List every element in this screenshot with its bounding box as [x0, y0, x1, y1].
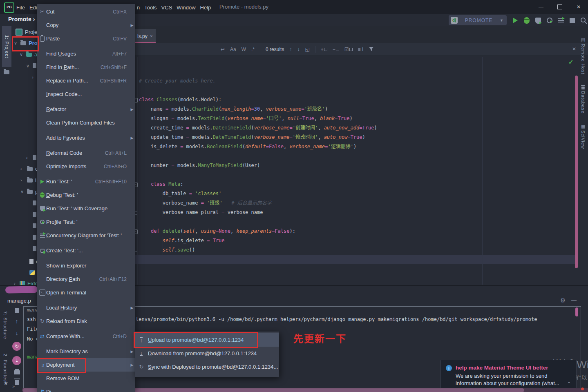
tree-arrow-icon[interactable]: ∨: [26, 63, 31, 69]
file-icon: [33, 246, 36, 251]
filter-icon[interactable]: [369, 47, 374, 53]
next-occurrence-icon[interactable]: ↓: [297, 47, 300, 52]
regex-toggle[interactable]: .*: [251, 47, 255, 52]
search-lines-icon[interactable]: ≡ I: [358, 47, 364, 52]
menu-tools[interactable]: Tools: [144, 4, 157, 11]
folder-icon: [20, 41, 26, 45]
menu-item-cut[interactable]: ✂CutCtrl+X: [37, 5, 135, 18]
menu-item-run-test[interactable]: Run 'Test: 'Ctrl+Shift+F10: [37, 175, 135, 188]
menu-item-concurrency-diagram-for-test[interactable]: Concurrency Diagram for 'Test: ': [37, 229, 135, 242]
menu-item-debug-test[interactable]: Debug 'Test: ': [37, 188, 135, 202]
minimize-button[interactable]: —: [532, 0, 550, 14]
code-line: self.is_delete = True: [139, 236, 377, 245]
hide-panel-icon[interactable]: —: [571, 297, 577, 303]
restart-icon[interactable]: ⇣: [11, 356, 23, 365]
menu-item-deployment[interactable]: ↓↑Deployment▶: [37, 358, 135, 372]
submenu-item-sync[interactable]: ↻Sync with Deployed to promote@bd@127.0.…: [135, 360, 279, 374]
coverage-icon[interactable]: [534, 17, 541, 24]
tree-arrow-icon[interactable]: ∨: [20, 189, 25, 194]
menu-item-find-usages[interactable]: Find UsagesAlt+F7: [37, 47, 135, 60]
breadcrumb[interactable]: Promote ›: [8, 16, 35, 22]
submenu-item-download[interactable]: ↓Download from promote@bd@127.0.0.1:1234: [135, 347, 279, 360]
tree-arrow-icon[interactable]: ›: [20, 178, 25, 183]
words-toggle[interactable]: W: [241, 47, 246, 52]
menu-item-local-history[interactable]: Local History▶: [37, 301, 135, 314]
menu-file[interactable]: File: [16, 4, 25, 11]
down-icon[interactable]: ↓: [11, 330, 23, 336]
stop-icon[interactable]: [569, 17, 576, 24]
expand-notification-icon[interactable]: ⌄: [567, 378, 571, 384]
menu-item-show-in-explorer[interactable]: Show in Explorer: [37, 259, 135, 272]
sidebar-item-sciview[interactable]: ▦SciView: [581, 124, 586, 149]
tree-arrow-icon[interactable]: ∨: [14, 40, 19, 46]
sidebar-item-structure[interactable]: 7: Structure: [3, 311, 8, 339]
maximize-button[interactable]: [550, 0, 569, 14]
menu-item-optimize-imports[interactable]: Optimize ImportsCtrl+Alt+O: [37, 160, 135, 173]
concurrency-icon[interactable]: [557, 17, 564, 24]
submenu-item-upload[interactable]: ↑Upload to promote@bd@127.0.0.1:1234: [135, 333, 279, 347]
search-history-icon[interactable]: ↩: [221, 47, 225, 52]
menu-vcs[interactable]: VCS: [161, 4, 172, 11]
sidebar-item-database[interactable]: Database: [581, 85, 586, 114]
menu-item-open-in-terminal[interactable]: >_Open in Terminal: [37, 286, 135, 299]
sidebar-item-project[interactable]: 1: Project: [2, 26, 11, 67]
menu-item-reload-from-disk[interactable]: ↻Reload from Disk: [37, 314, 135, 328]
gear-icon[interactable]: ⚙: [560, 297, 566, 304]
tab-close-icon[interactable]: ✕: [150, 34, 153, 38]
menu-item-paste[interactable]: PasteCtrl+V: [37, 32, 135, 45]
menu-item-directory-path[interactable]: Directory PathCtrl+Alt+F12: [37, 272, 135, 286]
menu-item-run-test-with-coverage[interactable]: Run 'Test: ' with Coverage: [37, 202, 135, 215]
search-icon[interactable]: [580, 17, 587, 24]
rerun-icon[interactable]: ↻: [11, 342, 23, 351]
add-occurrence-icon[interactable]: +: [321, 47, 327, 52]
tree-arrow-icon[interactable]: ›: [32, 75, 37, 80]
sidebar-item-remote-host[interactable]: ▤Remote Host: [581, 38, 586, 74]
coverage-icon: [38, 206, 46, 211]
console-scrollbar[interactable]: [575, 307, 578, 316]
remove-occurrence-icon[interactable]: −: [333, 47, 339, 52]
play-icon[interactable]: [512, 17, 519, 24]
stop-icon[interactable]: [11, 308, 23, 313]
menu-window[interactable]: Window: [177, 4, 195, 11]
menu-item-refactor[interactable]: Refactor▶: [37, 102, 135, 116]
menu-help[interactable]: Help: [200, 4, 211, 11]
menu-edi[interactable]: Edi: [29, 4, 37, 11]
menu-item-inspect-code[interactable]: Inspect Code...: [37, 87, 135, 101]
menu-item-copy[interactable]: Copy▶: [37, 18, 135, 32]
close-button[interactable]: ✕: [569, 0, 588, 14]
menu-item-add-to-favorites[interactable]: Add to Favorites▶: [37, 131, 135, 145]
profile-icon[interactable]: [546, 17, 553, 24]
menu-item-find-in-path[interactable]: Find in Path...Ctrl+Shift+F: [37, 60, 135, 74]
menu-item-create-test[interactable]: Create 'Test: '...: [37, 244, 135, 257]
star-icon[interactable]: ★: [3, 380, 9, 386]
search-in-selection-icon[interactable]: ◱: [305, 47, 309, 52]
editor-scrollbar[interactable]: [575, 76, 578, 268]
notification-title[interactable]: help make Material Theme UI better: [456, 365, 548, 371]
menu-item-profile-test[interactable]: Profile 'Test: ': [37, 215, 135, 229]
print-icon[interactable]: [11, 370, 23, 374]
menu-item-clean-python-compiled-files[interactable]: Clean Python Compiled Files: [37, 116, 135, 129]
delete-icon[interactable]: [11, 380, 23, 385]
run-panel-tab[interactable]: manage.p: [7, 298, 31, 304]
menu-item-compare-with[interactable]: ⇄Compare With...Ctrl+D: [37, 330, 135, 343]
tab-models-py[interactable]: ls.py ✕: [135, 29, 156, 44]
prev-occurrence-icon[interactable]: ↑: [289, 47, 292, 52]
tree-arrow-icon[interactable]: ›: [20, 166, 25, 171]
run-configuration-select[interactable]: dj PROMOTE ▼: [449, 15, 507, 25]
debug-icon[interactable]: [523, 17, 530, 24]
match-case-toggle[interactable]: Aa: [230, 47, 236, 52]
sidebar-item-favorites[interactable]: 2: Favorites: [3, 354, 8, 382]
up-icon[interactable]: ↑: [11, 318, 23, 325]
menu-item-mark-directory-as[interactable]: Mark Directory as▶: [37, 345, 135, 358]
menu-item-replace-in-path[interactable]: Replace in Path...Ctrl+Shift+R: [37, 74, 135, 87]
menu-item-reformat-code[interactable]: Reformat CodeCtrl+Alt+L: [37, 146, 135, 160]
menu-item-di[interactable]: ⇵Di: [37, 385, 135, 392]
tree-arrow-icon[interactable]: ∨: [20, 52, 25, 57]
menu-item-remove-bom[interactable]: Remove BOM: [37, 372, 135, 385]
tree-arrow-icon[interactable]: ›: [26, 155, 31, 160]
find-close-icon[interactable]: ✕: [572, 46, 576, 52]
menu-n[interactable]: n: [137, 4, 140, 11]
run-panel-toolbar: ↑↓↻⇣: [11, 308, 23, 390]
select-all-occurrences-icon[interactable]: ☑: [344, 47, 353, 52]
project-view-icon: [16, 29, 22, 36]
